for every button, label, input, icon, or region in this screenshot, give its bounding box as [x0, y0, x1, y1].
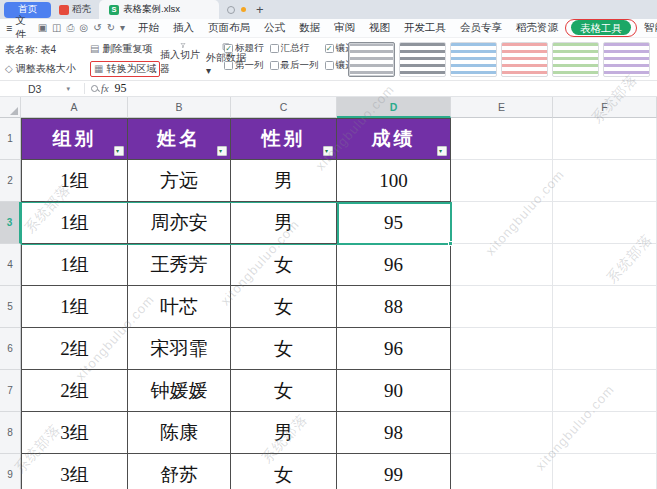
new-tab-button[interactable]: +	[256, 3, 264, 16]
cell-e9[interactable]	[451, 454, 553, 489]
cell-c5[interactable]: 女	[231, 286, 337, 328]
cell-b5[interactable]: 叶芯	[128, 286, 231, 328]
menu-item-home[interactable]: 开始	[131, 21, 166, 35]
filter-icon[interactable]: ▾	[437, 146, 447, 156]
cell-d5[interactable]: 88	[337, 286, 451, 328]
cell-d8[interactable]: 98	[337, 412, 451, 454]
cell-e1[interactable]	[451, 118, 553, 160]
filter-icon[interactable]: ▾	[323, 146, 333, 156]
filter-icon[interactable]: ▾	[217, 146, 227, 156]
cell-f7[interactable]	[553, 370, 657, 412]
table-style-dark-gray[interactable]	[399, 42, 446, 77]
checkbox-header-row[interactable]: ✓ 标题行	[224, 42, 264, 55]
row-header-1[interactable]: 1	[0, 118, 21, 160]
tab-document[interactable]: S 表格案例.xlsx	[99, 0, 219, 19]
row-header-4[interactable]: 4	[0, 244, 21, 286]
column-header-f[interactable]: F	[553, 97, 657, 118]
table-header-gender[interactable]: 性别 ▾	[231, 118, 337, 160]
menu-item-data[interactable]: 数据	[292, 21, 327, 35]
notification-icon[interactable]	[227, 6, 235, 14]
cell-b4[interactable]: 王秀芳	[128, 244, 231, 286]
checkbox-last-column[interactable]: 最后一列	[270, 59, 319, 72]
cell-c7[interactable]: 女	[231, 370, 337, 412]
cell-c9[interactable]: 女	[231, 454, 337, 489]
cell-c2[interactable]: 男	[231, 160, 337, 202]
menu-item-insert[interactable]: 插入	[166, 21, 201, 35]
cell-b9[interactable]: 舒苏	[128, 454, 231, 489]
cell-e5[interactable]	[451, 286, 553, 328]
table-header-name[interactable]: 姓名 ▾	[128, 118, 231, 160]
row-header-5[interactable]: 5	[0, 286, 21, 328]
convert-to-range-button[interactable]: ▦ 转换为区域	[90, 61, 160, 77]
checkbox-first-column[interactable]: 第一列	[224, 59, 264, 72]
cell-d2[interactable]: 100	[337, 160, 451, 202]
formula-value[interactable]: 95	[115, 81, 127, 96]
remove-duplicates-button[interactable]: ▤ 删除重复项	[90, 42, 160, 56]
tab-docer[interactable]: 稻壳	[51, 2, 99, 18]
cell-a7[interactable]: 2组	[21, 370, 128, 412]
column-header-c[interactable]: C	[231, 97, 337, 118]
cell-b8[interactable]: 陈康	[128, 412, 231, 454]
fx-icon[interactable]: fx	[101, 83, 109, 94]
table-style-blue[interactable]	[450, 42, 497, 77]
menu-item-formulas[interactable]: 公式	[257, 21, 292, 35]
table-style-green[interactable]	[552, 42, 599, 77]
menu-item-page-layout[interactable]: 页面布局	[201, 21, 257, 35]
cell-e2[interactable]	[451, 160, 553, 202]
column-header-e[interactable]: E	[451, 97, 553, 118]
preview-icon[interactable]: ◎	[80, 23, 89, 33]
save-icon[interactable]: ▣	[38, 23, 47, 33]
undo-icon[interactable]: ↺	[93, 23, 101, 33]
cell-d4[interactable]: 96	[337, 244, 451, 286]
cell-d3-active[interactable]: 95	[337, 202, 451, 244]
cell-e8[interactable]	[451, 412, 553, 454]
more-icon[interactable]: ▾	[120, 23, 125, 33]
cell-c6[interactable]: 女	[231, 328, 337, 370]
table-style-gray[interactable]	[348, 42, 395, 77]
menu-item-membership[interactable]: 会员专享	[453, 21, 509, 35]
resize-table-button[interactable]: ◇ 调整表格大小	[5, 62, 76, 76]
cell-c3[interactable]: 男	[231, 202, 337, 244]
cell-b6[interactable]: 宋羽霏	[128, 328, 231, 370]
cell-a4[interactable]: 1组	[21, 244, 128, 286]
row-header-7[interactable]: 7	[0, 370, 21, 412]
cell-d9[interactable]: 99	[337, 454, 451, 489]
cell-a6[interactable]: 2组	[21, 328, 128, 370]
row-header-2[interactable]: 2	[0, 160, 21, 202]
name-box-dropdown-icon[interactable]: ▾	[66, 85, 70, 93]
cell-c4[interactable]: 女	[231, 244, 337, 286]
cell-f2[interactable]	[553, 160, 657, 202]
insert-slicer-button[interactable]: 插入切片器	[160, 41, 206, 78]
cell-f4[interactable]	[553, 244, 657, 286]
cell-c8[interactable]: 男	[231, 412, 337, 454]
cell-f9[interactable]	[553, 454, 657, 489]
zoom-icon[interactable]	[91, 85, 99, 93]
cell-a5[interactable]: 1组	[21, 286, 128, 328]
cell-b7[interactable]: 钟媛媛	[128, 370, 231, 412]
menu-item-view[interactable]: 视图	[362, 21, 397, 35]
checkbox-total-row[interactable]: 汇总行	[270, 42, 319, 55]
tab-table-tools[interactable]: 表格工具	[571, 20, 631, 35]
cell-f6[interactable]	[553, 328, 657, 370]
export-icon[interactable]: ◫	[52, 23, 61, 33]
select-all-corner[interactable]	[0, 97, 21, 118]
cell-d6[interactable]: 96	[337, 328, 451, 370]
cell-a2[interactable]: 1组	[21, 160, 128, 202]
filter-icon[interactable]: ▾	[114, 146, 124, 156]
row-header-9[interactable]: 9	[0, 454, 21, 489]
cell-f8[interactable]	[553, 412, 657, 454]
cell-f3[interactable]	[553, 202, 657, 244]
table-style-purple[interactable]	[603, 42, 650, 77]
cell-d7[interactable]: 90	[337, 370, 451, 412]
cell-a3[interactable]: 1组	[21, 202, 128, 244]
cell-b2[interactable]: 方远	[128, 160, 231, 202]
menu-item-review[interactable]: 审阅	[327, 21, 362, 35]
column-header-b[interactable]: B	[128, 97, 231, 118]
menu-item-developer[interactable]: 开发工具	[397, 21, 453, 35]
cell-e3[interactable]	[451, 202, 553, 244]
table-header-score[interactable]: 成绩 ▾	[337, 118, 451, 160]
cell-a9[interactable]: 3组	[21, 454, 128, 489]
cell-e6[interactable]	[451, 328, 553, 370]
print-icon[interactable]: ⎙	[67, 23, 75, 33]
table-style-red[interactable]	[501, 42, 548, 77]
